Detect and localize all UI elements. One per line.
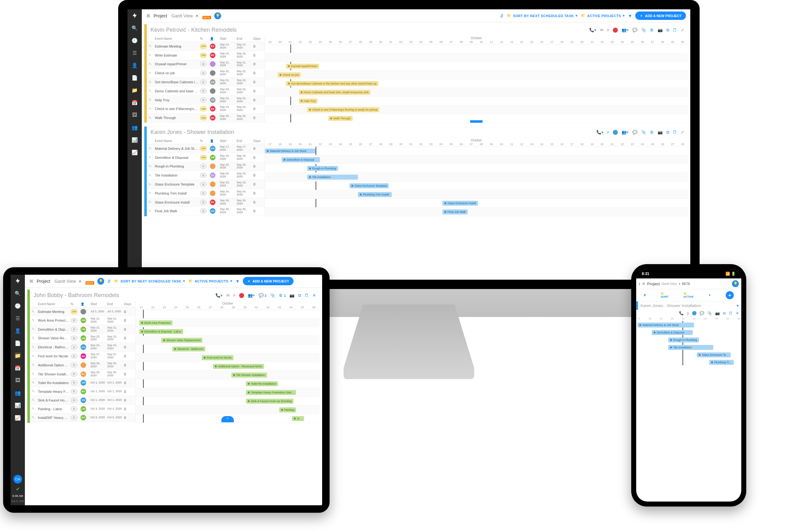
copy-icon[interactable]: ⧉ (666, 28, 669, 33)
table-row[interactable]: ✎Drywall repair/Primer0Sep 21, 2020Sep 2… (147, 60, 265, 69)
add-project-button[interactable]: ＋ (726, 291, 734, 299)
phone-icon[interactable]: 📞▾ (596, 130, 604, 135)
gantt-bar[interactable]: Rough-in Plumbing (668, 338, 699, 342)
phone-icon[interactable]: 📞▾ (589, 28, 596, 33)
table-row[interactable]: ✎Check to see if Manning's…100ECSep 23, … (147, 104, 265, 113)
edit-icon[interactable]: ✎ (32, 318, 37, 322)
sort-button[interactable]: 📁SORT (661, 292, 668, 298)
percent-badge[interactable]: 0 (71, 406, 77, 412)
camera-icon[interactable]: 📷 (290, 293, 294, 298)
gantt-bar[interactable]: Plumbing Tr… (709, 360, 734, 365)
gantt-bar[interactable]: Glass Enclosure Te… (697, 353, 730, 357)
sort-tree-icon[interactable]: ⇵ (500, 13, 504, 18)
table-row[interactable]: ✎Final Job Walk0CHSep 30, 2020Sep 30, 20… (147, 207, 265, 216)
gantt-bar[interactable]: Template Heavy Frameless Glas… (246, 390, 296, 395)
p-icon[interactable]: p (607, 28, 609, 33)
percent-badge[interactable]: 0 (71, 380, 77, 385)
assignee-dot[interactable]: CN (80, 344, 86, 350)
gantt-bar[interactable]: Demolition & Disposal (282, 157, 320, 162)
team-mini-icon[interactable]: 👥▾ (248, 293, 255, 298)
close-icon[interactable]: ✕ (736, 311, 739, 316)
edit-icon[interactable]: ✎ (32, 309, 37, 314)
assignee-dot[interactable]: CN (80, 380, 86, 386)
table-row[interactable]: ✎Rough-in Plumbing0Sep 20, 2020Sep 20, 2… (147, 162, 265, 171)
copy-icon[interactable]: ⧉ (298, 293, 301, 298)
assignee-dot[interactable] (210, 164, 216, 169)
bulb-icon[interactable]: 💡 (97, 278, 104, 285)
table-row[interactable]: ✎Install3/8" Heavy Framele…0EGOct 5, 202… (30, 413, 135, 422)
user-icon[interactable]: 👤 (15, 327, 21, 334)
attach-icon[interactable]: 📎 (270, 293, 275, 298)
edit-icon[interactable]: ✎ (149, 44, 154, 48)
gantt-bar[interactable]: Material Delivery & Job Stock (637, 323, 694, 327)
edit-icon[interactable]: ✎ (149, 98, 154, 102)
edit-icon[interactable]: ✎ (32, 398, 37, 402)
table-row[interactable]: ✎Demo Cabinets and base …0Sep 22, 2020Se… (147, 87, 265, 96)
sync-icon[interactable]: ✔ (16, 486, 20, 492)
col-name[interactable]: Event Name (155, 37, 199, 40)
edit-icon[interactable]: ✎ (149, 209, 154, 213)
chevron-down-icon[interactable]: ▾ (196, 13, 198, 18)
edit-icon[interactable]: ✎ (149, 71, 154, 75)
attach-icon[interactable]: 📎 (707, 311, 712, 316)
avatar[interactable]: CH (13, 475, 22, 483)
assignee-dot[interactable] (80, 362, 86, 368)
gantt-bar[interactable]: Final Job Walk (442, 209, 468, 214)
folder-icon[interactable]: 📁 (131, 87, 138, 93)
edit-icon[interactable]: ✎ (149, 165, 154, 168)
table-row[interactable]: ✎Tile Installation0TCSep 20, 2020Sep 23,… (147, 171, 265, 180)
collapse-toggle[interactable]: ⌄ (470, 120, 483, 123)
search-icon[interactable]: 🔍 (15, 290, 21, 297)
gantt-bar[interactable]: Demo Cabinets and base trim, install tem… (299, 90, 371, 95)
edit-icon[interactable]: ✎ (149, 53, 154, 57)
table-row[interactable]: ✎Demolition & Disposal - L…0LMSep 21, 20… (30, 325, 135, 334)
gantt-bar[interactable]: Tile Installation (668, 345, 713, 350)
gantt-bar[interactable]: Electrical - Bathroom (172, 346, 205, 352)
assignee-dot[interactable] (210, 88, 216, 94)
assignee-dot[interactable]: EC (210, 200, 216, 205)
edit-icon[interactable]: ✎ (149, 191, 154, 195)
filter-projects-button[interactable]: 📁 ACTIVE PROJECTS ▾ (188, 279, 233, 283)
table-row[interactable]: ✎Shower Valve Replacement0LMSep 23, 2020… (30, 334, 135, 343)
table-row[interactable]: ✎Write Estimate100ECSep 15, 2020Sep 15, … (147, 51, 265, 60)
gantt-bar[interactable]: Shower Valve Replacement (161, 338, 202, 343)
doc-icon[interactable]: 🗎 1 (279, 293, 286, 298)
percent-badge[interactable]: 0 (200, 209, 207, 213)
percent-badge[interactable]: 100 (200, 53, 207, 58)
table-row[interactable]: ✎Walk Through100ECSep 25, 2020Sep 25, 20… (147, 113, 265, 122)
gantt-chart-p3[interactable]: October 21222324252627282930010203040506… (135, 301, 320, 423)
edit-icon[interactable]: ✎ (32, 407, 37, 411)
assignee-dot[interactable]: LM (80, 318, 86, 323)
edit-icon[interactable]: ✎ (32, 381, 37, 385)
checklist-icon[interactable]: ☰ (131, 50, 138, 56)
percent-badge[interactable]: 0 (71, 354, 77, 359)
comment-icon[interactable]: 💬 2 (259, 293, 266, 298)
assignee-dot[interactable]: TC (210, 172, 216, 178)
percent-badge[interactable]: 0 (200, 191, 207, 196)
gantt-bar[interactable]: Check on job (278, 72, 301, 77)
p-icon[interactable]: p (607, 130, 609, 135)
filter-projects-button[interactable]: 📁ACTIVE (683, 292, 694, 298)
table-row[interactable]: ✎Glass Enclosure Template0Sep 23, 2020Se… (147, 180, 265, 189)
edit-icon[interactable]: ✎ (149, 116, 154, 120)
sort-tree-icon[interactable]: ⇵ (107, 279, 111, 284)
assignee-dot[interactable]: EC (210, 106, 216, 112)
gantt-bar[interactable]: Tile Installation (307, 175, 358, 179)
percent-badge[interactable]: 0 (71, 327, 77, 332)
col-days[interactable]: Days (254, 37, 263, 40)
app-logo-icon[interactable] (131, 13, 138, 19)
note-icon[interactable]: 🗒 (305, 293, 309, 298)
table-row[interactable]: ✎Work Area Protection0LMSep 21, 2020Sep … (30, 316, 135, 325)
edit-icon[interactable]: ✎ (32, 390, 37, 394)
collapse-toggle[interactable]: ⌄ (221, 416, 234, 422)
assignee-dot[interactable]: CR (210, 79, 216, 85)
percent-badge[interactable]: 100 (200, 115, 207, 120)
project-header[interactable]: Kevin Petrović - Kitchen Remodels 📞▾ ✉ p… (147, 24, 688, 36)
table-row[interactable]: ✎Electrical - Bathroom0CNSep 24, 2020Sep… (30, 343, 135, 352)
gantt-bar[interactable]: Toilet Re-Installation (246, 381, 278, 386)
edit-icon[interactable]: ✎ (149, 107, 154, 111)
edit-icon[interactable]: ✎ (32, 363, 37, 367)
sort-button[interactable]: 📁 SORT BY NEXT SCHEDULED TASK ▾ (507, 14, 578, 18)
search-icon[interactable]: 🔍 (131, 25, 138, 31)
team-icon[interactable]: 👥 (15, 390, 21, 396)
